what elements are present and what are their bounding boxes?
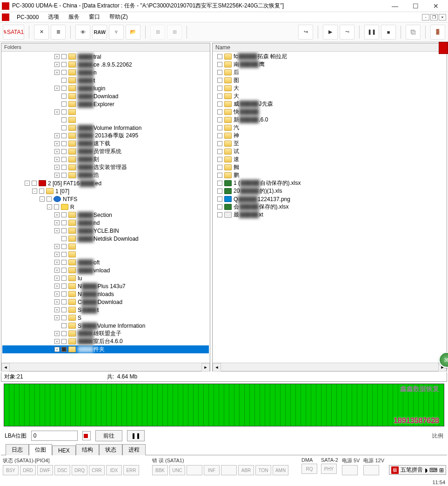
tree-item[interactable]: +████vnload: [2, 266, 209, 274]
file-item[interactable]: 鹏: [214, 171, 446, 179]
tree-item[interactable]: [2, 116, 209, 124]
file-item[interactable]: 20█████的)(1).xls: [214, 187, 446, 195]
file-item[interactable]: Q█████1224137.png: [214, 195, 446, 203]
file-item[interactable]: 最█████xt: [214, 211, 446, 219]
record-icon[interactable]: [84, 434, 88, 438]
file-item[interactable]: 后: [214, 68, 446, 76]
menu-app[interactable]: PC-3000: [12, 13, 43, 21]
tree-item[interactable]: -2 [05] FAT16████ed: [2, 179, 209, 187]
tree-item[interactable]: ████t: [2, 76, 209, 84]
h-scrollbar-right[interactable]: ◄►: [213, 363, 447, 371]
mdi-minimize-button[interactable]: -: [422, 14, 429, 20]
file-list[interactable]: fc█████拓森 帕拉尼南█████鹰后图大大威█████J先森快█████新…: [213, 52, 447, 363]
tree-item[interactable]: +████n: [2, 68, 209, 76]
raw-button[interactable]: RAW: [92, 25, 107, 40]
menu-help[interactable]: 帮助(Z): [105, 12, 132, 22]
tree-item[interactable]: S████Volume Information: [2, 322, 209, 330]
file-item[interactable]: 会█████保存的).xlsx: [214, 203, 446, 211]
tree-item[interactable]: +: [2, 108, 209, 116]
tree-item[interactable]: +████lugin: [2, 84, 209, 92]
tree-item[interactable]: +████ 2013春季版 2495: [2, 132, 209, 140]
tree-item[interactable]: +S████t: [2, 306, 209, 314]
tree-item[interactable]: ████Netdisk Download: [2, 235, 209, 243]
folder-open-icon[interactable]: 📂: [126, 25, 140, 40]
goto-button[interactable]: 前往: [95, 430, 122, 441]
tree-item[interactable]: +████刻: [2, 155, 209, 163]
tab-hex[interactable]: HEX: [52, 446, 76, 455]
tree-item[interactable]: +████选安装管理器: [2, 163, 209, 171]
tree-item[interactable]: +: [2, 243, 209, 250]
tree-item[interactable]: +████员管理系统: [2, 148, 209, 155]
close-button[interactable]: ✕: [426, 0, 446, 12]
maximize-button[interactable]: ☐: [405, 0, 426, 12]
side-tool-1[interactable]: [439, 42, 448, 54]
ime-settings-icon[interactable]: ⊞: [439, 467, 444, 473]
pause-lba-button[interactable]: ❚❚: [127, 430, 145, 441]
tree-item[interactable]: ████Volume Information: [2, 124, 209, 132]
tab-process[interactable]: 进程: [122, 444, 146, 455]
tree-item[interactable]: +████oft: [2, 258, 209, 266]
pause-icon[interactable]: ❚❚: [364, 25, 379, 40]
file-item[interactable]: 图: [214, 76, 446, 84]
tree-item[interactable]: +████速下载: [2, 140, 209, 148]
notes-icon[interactable]: ≣: [51, 25, 66, 40]
ime-keyboard-icon[interactable]: ⌨: [429, 467, 437, 473]
tree-item[interactable]: +: [2, 250, 209, 258]
tree-item[interactable]: +████nd: [2, 219, 209, 227]
lba-input[interactable]: [31, 431, 78, 441]
graph2-icon[interactable]: ⊞: [167, 25, 182, 40]
minimize-button[interactable]: —: [385, 0, 405, 12]
files-header[interactable]: Name ▲: [213, 43, 447, 52]
tree-item[interactable]: +████室后台4.6.0: [2, 338, 209, 345]
tree-item[interactable]: +████件夹: [2, 345, 209, 353]
mdi-close-button[interactable]: ×: [439, 14, 446, 20]
exit-icon[interactable]: 🚪: [430, 25, 445, 40]
tree-item[interactable]: +████雄联盟盒子: [2, 330, 209, 338]
h-scrollbar[interactable]: ◄►: [1, 363, 210, 371]
tree-item[interactable]: -NTFS: [2, 195, 209, 203]
play-icon[interactable]: ▶: [323, 25, 338, 40]
sata-button[interactable]: ⇅SATA1: [3, 25, 24, 40]
file-item[interactable]: 大: [214, 92, 446, 100]
tree-item[interactable]: +C████Download: [2, 298, 209, 306]
graph1-icon[interactable]: ⊞: [150, 25, 165, 40]
tab-bitmap[interactable]: 位图: [29, 444, 52, 455]
tree-item[interactable]: +N████nloads: [2, 290, 209, 298]
skip-icon[interactable]: ⤳: [340, 25, 354, 40]
tree-item[interactable]: -R: [2, 203, 209, 211]
tree-item[interactable]: +████ce .8.9.5.22062: [2, 61, 209, 68]
menu-window[interactable]: 窗口: [84, 12, 105, 22]
file-item[interactable]: 威█████J先森: [214, 100, 446, 108]
tree-item[interactable]: +████tral: [2, 53, 209, 61]
tree-item[interactable]: +lu: [2, 274, 209, 282]
filter-icon[interactable]: ▿: [109, 25, 124, 40]
file-item[interactable]: 神: [214, 132, 446, 140]
copy-icon[interactable]: ⿻: [406, 25, 421, 40]
file-item[interactable]: 快█████: [214, 108, 446, 116]
file-item[interactable]: 汽: [214, 124, 446, 132]
sector-map[interactable]: 鑫鑫数据恢复 18913587628: [4, 384, 444, 426]
file-item[interactable]: fc█████拓森 帕拉尼: [214, 53, 446, 61]
ime-bar[interactable]: 极 五笔拼音 ◗ ⌨ ⊞: [389, 465, 446, 475]
side-badge[interactable]: 36: [439, 352, 448, 368]
tree-item[interactable]: +████Section: [2, 211, 209, 219]
tab-structure[interactable]: 结构: [76, 444, 99, 455]
menu-services[interactable]: 服务: [64, 12, 84, 22]
tree-item[interactable]: ████Explorer: [2, 100, 209, 108]
mdi-restore-button[interactable]: ❐: [430, 14, 438, 20]
file-item[interactable]: 至: [214, 140, 446, 148]
file-item[interactable]: 南█████鹰: [214, 61, 446, 68]
file-item[interactable]: 1 (█████自动保存的).xlsx: [214, 179, 446, 187]
folder-tree[interactable]: +████tral+████ce .8.9.5.22062+████n████t…: [1, 52, 210, 363]
tree-item[interactable]: +N████Plus 143u7: [2, 282, 209, 290]
tab-status[interactable]: 状态: [99, 444, 122, 455]
tools-icon[interactable]: ✕: [34, 25, 49, 40]
menu-options[interactable]: 选项: [43, 12, 64, 22]
file-item[interactable]: 试: [214, 148, 446, 155]
tree-item[interactable]: ████Download: [2, 92, 209, 100]
file-item[interactable]: 大: [214, 84, 446, 92]
tree-item[interactable]: +████浩: [2, 171, 209, 179]
tree-item[interactable]: -1 [07]: [2, 187, 209, 195]
stop-icon[interactable]: ■: [381, 25, 396, 40]
tree-item[interactable]: +S: [2, 314, 209, 322]
